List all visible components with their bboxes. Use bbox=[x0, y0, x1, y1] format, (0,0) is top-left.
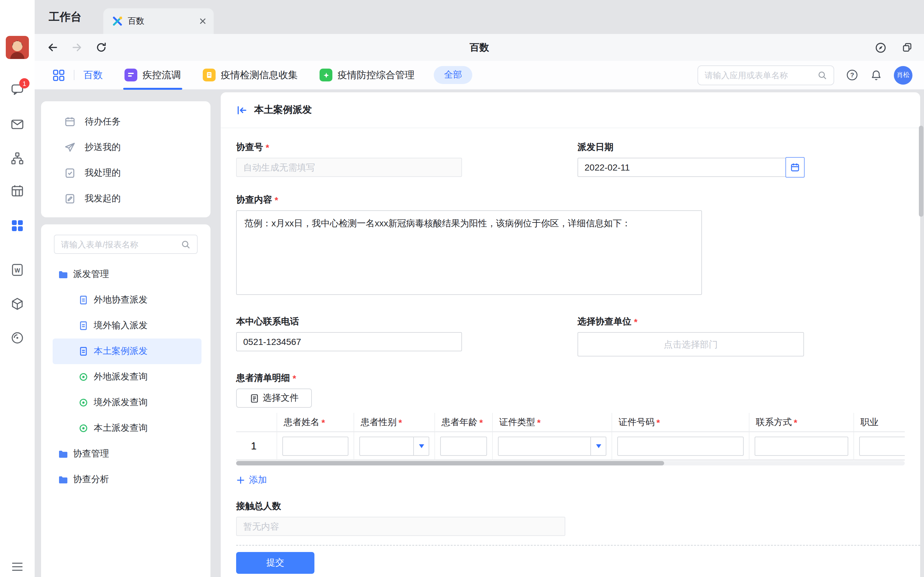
folder-icon bbox=[58, 449, 68, 459]
tree-group-investigation-mgmt[interactable]: 协查管理 bbox=[53, 441, 202, 467]
dispatch-date-input[interactable] bbox=[577, 158, 804, 177]
calendar-grid-icon[interactable] bbox=[10, 183, 25, 199]
tree-label: 协查管理 bbox=[73, 448, 109, 460]
tree-item-overseas-dispatch[interactable]: 境外输入派发 bbox=[53, 313, 202, 338]
id-number-input[interactable] bbox=[617, 436, 744, 456]
refresh-icon[interactable] bbox=[92, 39, 110, 56]
nav-divider bbox=[74, 70, 74, 80]
nav-tab-epidemic-management[interactable]: 疫情防控综合管理 bbox=[320, 61, 415, 89]
content-textarea[interactable]: 范例：x月xx日，我中心检测一名xxx新冠病毒核酸结果为阳性，该病例位于你区，详… bbox=[236, 210, 702, 295]
search-icon bbox=[817, 70, 827, 80]
org-chart-icon[interactable] bbox=[10, 151, 25, 166]
hamburger-menu-icon[interactable] bbox=[10, 559, 25, 574]
collapse-back-icon[interactable] bbox=[236, 104, 248, 116]
center-phone-input[interactable] bbox=[236, 332, 462, 351]
folder-icon bbox=[58, 474, 68, 485]
quick-item-processed[interactable]: 我处理的 bbox=[41, 160, 210, 186]
form-divider bbox=[236, 545, 920, 546]
tree-group-dispatch[interactable]: 派发管理 bbox=[53, 261, 202, 287]
id-type-select[interactable] bbox=[498, 436, 606, 456]
tree-group-investigation-analysis[interactable]: 协查分析 bbox=[53, 467, 202, 492]
docs-w-icon[interactable]: W bbox=[10, 262, 25, 277]
patient-table: 患者姓名* 患者性别* 患者年龄* 证件类型* 证件号码* 联系方式* 职业 1 bbox=[236, 413, 905, 460]
mail-icon[interactable] bbox=[10, 117, 25, 132]
app-search-box[interactable] bbox=[698, 65, 834, 85]
submit-button[interactable]: 提交 bbox=[236, 552, 314, 574]
quick-item-initiated[interactable]: 我发起的 bbox=[41, 186, 210, 211]
cube-icon[interactable] bbox=[10, 296, 25, 311]
choose-file-button[interactable]: 选择文件 bbox=[236, 388, 312, 408]
contact-total-input[interactable] bbox=[236, 517, 565, 536]
contact-input[interactable] bbox=[754, 436, 848, 456]
add-row-button[interactable]: 添加 bbox=[236, 474, 281, 486]
form-search-input[interactable] bbox=[61, 239, 181, 249]
dropdown-arrow-icon[interactable] bbox=[590, 437, 606, 455]
quick-item-todo[interactable]: 待办任务 bbox=[41, 109, 210, 135]
back-icon[interactable] bbox=[44, 39, 61, 56]
app-navbar: 百数 疾控流调 疫情检测信息收集 疫情防控综合管理 全部 bbox=[35, 61, 924, 90]
page-vertical-scrollbar[interactable] bbox=[919, 126, 923, 217]
field-label: 选择协查单位 bbox=[577, 316, 632, 327]
nav-all-button[interactable]: 全部 bbox=[434, 66, 472, 84]
apps-grid-icon[interactable] bbox=[53, 69, 65, 81]
form-doc-icon bbox=[78, 295, 89, 305]
drive-icon[interactable] bbox=[10, 330, 25, 346]
forward-icon[interactable] bbox=[68, 39, 86, 56]
patient-name-input[interactable] bbox=[282, 436, 349, 456]
tree-item-overseas-query[interactable]: 境外派发查询 bbox=[53, 390, 202, 416]
scrollbar-thumb[interactable] bbox=[236, 461, 664, 466]
help-icon[interactable]: ? bbox=[846, 69, 859, 81]
field-label: 协查号 bbox=[236, 142, 263, 153]
quick-item-cc[interactable]: 抄送我的 bbox=[41, 135, 210, 160]
coop-unit-selector[interactable] bbox=[577, 332, 804, 356]
patient-age-input[interactable] bbox=[440, 436, 487, 456]
col-header: 联系方式* bbox=[750, 413, 854, 432]
tree-label: 本土派发查询 bbox=[94, 422, 148, 434]
app-search-input[interactable] bbox=[704, 70, 817, 80]
choose-file-label: 选择文件 bbox=[263, 392, 299, 404]
user-avatar[interactable] bbox=[6, 36, 29, 59]
user-badge[interactable]: 肖松 bbox=[894, 66, 913, 84]
windows-icon[interactable] bbox=[898, 39, 916, 56]
tree-item-outside-query[interactable]: 外地派发查询 bbox=[53, 364, 202, 390]
tree-item-local-dispatch[interactable]: 本土案例派发 bbox=[53, 338, 202, 364]
form-search-box[interactable] bbox=[54, 235, 198, 254]
chat-unread-badge: 1 bbox=[19, 78, 29, 89]
tab-title: 百数 bbox=[128, 15, 193, 27]
table-horizontal-scrollbar[interactable] bbox=[236, 461, 905, 466]
tree-item-local-query[interactable]: 本土派发查询 bbox=[53, 416, 202, 441]
form-tree-panel: 派发管理 外地协查派发 境外输入派发 本土案例派发 外地派发查询 境外派发查询 bbox=[41, 224, 210, 577]
occupation-input[interactable] bbox=[859, 436, 905, 456]
patient-gender-select[interactable] bbox=[359, 436, 429, 456]
investigation-no-input[interactable] bbox=[236, 158, 462, 177]
field-label: 患者清单明细 bbox=[236, 372, 290, 384]
tab-close-icon[interactable] bbox=[198, 17, 207, 26]
query-target-icon bbox=[78, 398, 89, 408]
compass-icon[interactable] bbox=[871, 39, 889, 56]
tree-item-outside-dispatch[interactable]: 外地协查派发 bbox=[53, 287, 202, 313]
calendar-picker-button[interactable] bbox=[785, 157, 804, 177]
avatar-photo bbox=[6, 36, 29, 59]
field-center-phone: 本中心联系电话 bbox=[236, 316, 462, 351]
row-no-date: 协查号* 派发日期 bbox=[236, 141, 905, 177]
browser-tab[interactable]: 百数 bbox=[103, 8, 214, 34]
row-index: 1 bbox=[236, 432, 277, 460]
nav-tab-label: 疫情防控综合管理 bbox=[338, 69, 415, 81]
nav-home-link[interactable]: 百数 bbox=[83, 69, 103, 81]
nav-tab-epidemic-detection[interactable]: 疫情检测信息收集 bbox=[203, 61, 298, 89]
form-card: 本土案例派发 协查号* 派发日期 bbox=[221, 92, 920, 577]
todo-calendar-icon bbox=[64, 116, 76, 127]
col-header: 职业 bbox=[854, 413, 905, 432]
folder-icon bbox=[58, 269, 68, 279]
required-mark: * bbox=[656, 417, 660, 427]
form-body: 协查号* 派发日期 协查内容* 范例：x月xx日，我中心检测一名xxx新冠病 bbox=[221, 128, 920, 574]
dropdown-arrow-icon[interactable] bbox=[413, 437, 429, 455]
nav-tab-disease-control[interactable]: 疾控流调 bbox=[124, 61, 181, 89]
table-header-row: 患者姓名* 患者性别* 患者年龄* 证件类型* 证件号码* 联系方式* 职业 bbox=[236, 413, 905, 432]
toolbar-right bbox=[871, 39, 916, 56]
app-icon-purple bbox=[124, 69, 137, 81]
page-title: 百数 bbox=[35, 41, 924, 53]
workbench-grid-icon[interactable] bbox=[10, 218, 25, 234]
bell-icon[interactable] bbox=[870, 69, 882, 81]
browser-toolbar: 百数 bbox=[35, 34, 924, 61]
